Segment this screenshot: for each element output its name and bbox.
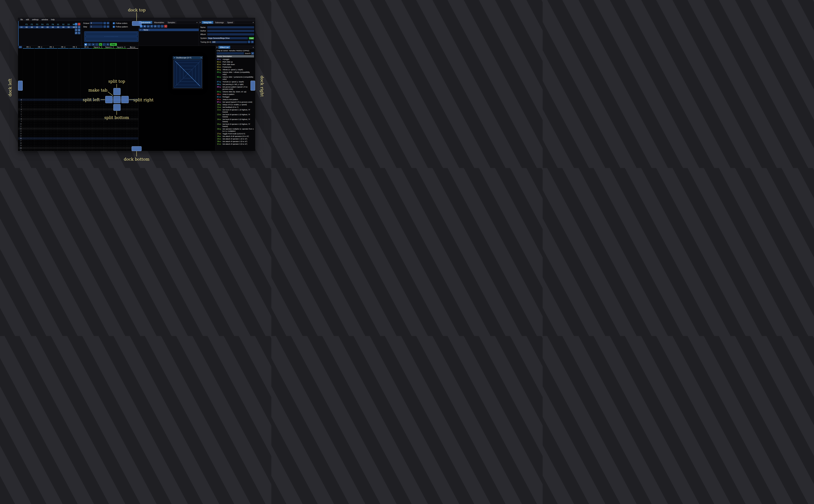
- name-input[interactable]: [207, 26, 254, 29]
- pattern-cell[interactable]: ··· ·· ·· ···: [57, 133, 69, 134]
- pattern-cell[interactable]: ··· ·· ·· ···: [46, 145, 57, 146]
- octave-increment-button[interactable]: +: [107, 22, 109, 24]
- effect-row[interactable]: 05xyVolume slide + vibrato (compatibilit…: [216, 71, 254, 76]
- pattern-cell[interactable]: ··· ·· ·· ···: [69, 140, 81, 142]
- pattern-cell[interactable]: ··· ·· ·· ···: [57, 125, 69, 127]
- pattern-cell[interactable]: ··· ·· ·· ···: [34, 99, 46, 101]
- pattern-cell[interactable]: ··· ·· ·· ···: [115, 150, 127, 151]
- step-increment-button[interactable]: +: [107, 25, 109, 28]
- pattern-cell[interactable]: ··· ·· ·· ···: [57, 128, 69, 130]
- pattern-cell[interactable]: ··· ·· ·· ···: [81, 140, 92, 142]
- effect-row[interactable]: 06xyVolume slide + portamento (compatibi…: [216, 76, 254, 81]
- pattern-cell[interactable]: ··· ·· ·· ···: [92, 150, 104, 151]
- pattern-cell[interactable]: ··· ·· ·· ···: [46, 142, 57, 144]
- menu-settings[interactable]: settings: [30, 18, 40, 21]
- pattern-cell[interactable]: ··· ·· ·· ···: [127, 106, 138, 108]
- pattern-cell[interactable]: ··· ·· ·· ···: [23, 101, 34, 103]
- pattern-cell[interactable]: ··· ·· ·· ···: [69, 113, 81, 115]
- duplicate-order-button[interactable]: ⧉: [75, 26, 77, 28]
- pattern-cell[interactable]: ··· ·· ·· ···: [92, 113, 104, 115]
- edit-record-button[interactable]: ●: [99, 43, 102, 46]
- pattern-cell[interactable]: ··· ·· ·· ···: [81, 142, 92, 144]
- pattern-cell[interactable]: ··· ·· ·· ···: [34, 125, 46, 127]
- pattern-cell[interactable]: ··· ·· ·· ···: [92, 128, 104, 130]
- pattern-cell[interactable]: ··· ·· ·· ···: [34, 142, 46, 144]
- pattern-cell[interactable]: ··· ·· ·· ···: [23, 135, 34, 137]
- step-decrement-button[interactable]: -: [103, 25, 106, 28]
- pattern-cell[interactable]: ··· ·· ·· ···: [57, 104, 69, 105]
- tab-effect-list[interactable]: Effect List: [218, 46, 230, 49]
- pattern-cell[interactable]: ··· ·· ·· ···: [104, 142, 115, 144]
- pattern-cell[interactable]: ··· ·· ·· ···: [127, 109, 138, 110]
- pattern-cell[interactable]: ··· ·· ·· ···: [115, 125, 127, 127]
- system-select[interactable]: Sega Genesis/Mega Drive: [207, 37, 248, 39]
- pattern-cell[interactable]: ··· ·· ·· ···: [57, 106, 69, 108]
- dock-target-right[interactable]: [250, 81, 255, 91]
- pattern-cell[interactable]: ··· ·· ·· ···: [34, 106, 46, 108]
- pattern-cell[interactable]: ··· ·· ·· ···: [69, 133, 81, 134]
- channel-header-fm-5[interactable]: FM 5: [69, 46, 81, 49]
- pattern-cell[interactable]: ··· ·· ·· ···: [104, 145, 115, 146]
- pattern-cell[interactable]: ··· ·· ·· ···: [92, 138, 104, 139]
- pattern-cell[interactable]: ··· ·· ·· ···: [57, 99, 69, 101]
- pattern-cell[interactable]: ··· ·· ·· ···: [81, 116, 92, 118]
- pattern-cell[interactable]: ··· ·· ·· ···: [104, 138, 115, 139]
- octave-decrement-button[interactable]: -: [103, 22, 106, 24]
- effect-row[interactable]: 04xyVibrato (x: speed; y: depth): [216, 68, 254, 71]
- pattern-cell[interactable]: ··· ·· ·· ···: [92, 135, 104, 137]
- pattern-cell[interactable]: ··· ·· ·· ···: [57, 116, 69, 118]
- pattern-cell[interactable]: ··· ·· ·· ···: [69, 109, 81, 110]
- pattern-cell[interactable]: ··· ·· ·· ···: [23, 140, 34, 142]
- pattern-cell[interactable]: ··· ·· ·· ···: [92, 147, 104, 149]
- pattern-cell[interactable]: ··· ·· ·· ···: [127, 123, 138, 125]
- pattern-cell[interactable]: ··· ·· ·· ···: [92, 104, 104, 105]
- pattern-cell[interactable]: ··· ·· ·· ···: [92, 133, 104, 134]
- order-cell[interactable]: 00: [29, 26, 35, 28]
- pattern-cell[interactable]: ··· ·· ·· ···: [115, 111, 127, 113]
- channel-header-fm-1[interactable]: FM 1: [23, 46, 34, 49]
- pattern-cell[interactable]: ··· ·· ·· ···: [69, 106, 81, 108]
- pattern-cell[interactable]: ··· ·· ·· ···: [46, 106, 57, 108]
- pattern-cell[interactable]: ··· ·· ·· ···: [46, 138, 57, 139]
- move-order-down-button[interactable]: ∨: [75, 29, 77, 31]
- pattern-cell[interactable]: ··· ·· ·· ···: [57, 118, 69, 120]
- pattern-cell[interactable]: ··· ·· ·· ···: [115, 135, 127, 137]
- tab-speed[interactable]: Speed: [226, 21, 235, 24]
- pattern-cell[interactable]: ··· ·· ·· ···: [69, 99, 81, 101]
- pattern-cell[interactable]: ··· ·· ·· ···: [81, 123, 92, 125]
- pattern-cell[interactable]: ··· ·· ·· ···: [34, 121, 46, 122]
- pattern-cell[interactable]: ··· ·· ·· ···: [104, 128, 115, 130]
- pattern-cell[interactable]: ··· ·· ·· ···: [127, 130, 138, 132]
- pattern-cell[interactable]: ··· ·· ·· ···: [115, 123, 127, 125]
- pattern-cell[interactable]: ··· ·· ·· ···: [46, 111, 57, 113]
- pattern-cell[interactable]: ··· ·· ·· ···: [23, 130, 34, 132]
- menu-edit[interactable]: edit: [24, 18, 30, 21]
- pattern-cell[interactable]: ··· ·· ·· ···: [57, 111, 69, 113]
- move-instrument-down-button[interactable]: ↓: [161, 25, 164, 28]
- pattern-cell[interactable]: ··· ·· ·· ···: [69, 125, 81, 127]
- pattern-cell[interactable]: ··· ·· ·· ···: [92, 123, 104, 125]
- pattern-cell[interactable]: ··· ·· ·· ···: [81, 138, 92, 139]
- pattern-cell[interactable]: ··· ·· ·· ···: [23, 150, 34, 151]
- pattern-cell[interactable]: ··· ·· ·· ···: [115, 140, 127, 142]
- effect-row[interactable]: 0FxxSet speed (speed 2 if no grooves exi…: [216, 101, 254, 103]
- pattern-cell[interactable]: ··· ·· ·· ···: [23, 121, 34, 122]
- play-pattern-button[interactable]: ▷: [88, 43, 91, 46]
- pattern-cell[interactable]: ··· ·· ·· ···: [69, 145, 81, 146]
- split-target-top[interactable]: [113, 88, 121, 95]
- channel-header-square-1[interactable]: Square 1: [92, 46, 104, 49]
- pattern-cell[interactable]: ··· ·· ·· ···: [69, 147, 81, 149]
- effect-row[interactable]: 17xxToggle PCM mode (LEGACY): [216, 132, 254, 135]
- pattern-cell[interactable]: ··· ·· ·· ···: [46, 113, 57, 115]
- pattern-cell[interactable]: ··· ·· ·· ···: [115, 138, 127, 139]
- pattern-cell[interactable]: ··· ·· ·· ···: [23, 116, 34, 118]
- pattern-cell[interactable]: ··· ·· ·· ···: [46, 133, 57, 134]
- effect-row[interactable]: 1CxxSet attack of operator 3 (0 to 1F): [216, 143, 254, 145]
- octave-input[interactable]: 3: [90, 22, 103, 24]
- pattern-cell[interactable]: ··· ·· ·· ···: [34, 138, 46, 139]
- pattern-cell[interactable]: ··· ·· ·· ···: [69, 142, 81, 144]
- channel-header-square-3[interactable]: Square 3: [115, 46, 127, 49]
- pattern-cell[interactable]: ··· ·· ·· ···: [23, 128, 34, 130]
- follow-pattern-checkbox[interactable]: ✓: [113, 26, 115, 28]
- author-input[interactable]: [207, 30, 254, 32]
